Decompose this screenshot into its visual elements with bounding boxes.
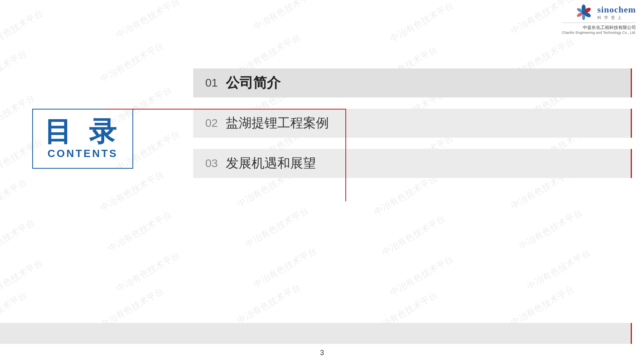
content-item-1: 01 公司简介 [193, 68, 632, 97]
main-content: 目 录 CONTENTS 01 公司简介 02 盐湖提锂工程案例 0 [0, 0, 644, 362]
logo-company-en: Chanfor Engineering and Technology Co., … [562, 31, 636, 35]
content-item-bar-2: 02 盐湖提锂工程案例 [193, 109, 632, 138]
bottom-bar [0, 323, 632, 344]
title-box: 目 录 CONTENTS [32, 109, 133, 169]
item-2-right-border [631, 109, 632, 138]
item-3-right-border [631, 149, 632, 178]
item-3-text: 发展机遇和展望 [226, 155, 316, 172]
svg-point-3 [582, 14, 585, 20]
content-item-bar-1: 01 公司简介 [193, 68, 632, 97]
logo-tagline-text: 科 学 坚 上 [597, 15, 622, 21]
item-2-text: 盐湖提锂工程案例 [226, 114, 329, 132]
item-3-number: 03 [205, 157, 218, 170]
item-1-text: 公司简介 [226, 74, 281, 92]
content-item-3: 03 发展机遇和展望 [193, 149, 632, 178]
red-top-horizontal-line [105, 109, 346, 110]
logo-top: sinochem 科 学 坚 上 [573, 4, 636, 21]
page-number: 3 [320, 349, 324, 357]
content-items: 01 公司简介 02 盐湖提锂工程案例 03 发展机遇和展望 [193, 68, 632, 189]
red-right-vertical-line [345, 109, 346, 201]
title-block: 目 录 CONTENTS [32, 109, 177, 189]
item-1-number: 01 [205, 77, 218, 89]
logo-company-cn: 中蓝长化工程科技有限公司 [583, 25, 636, 31]
logo-area: sinochem 科 学 坚 上 中蓝长化工程科技有限公司 Chanfor En… [562, 4, 636, 35]
logo-divider [562, 23, 636, 23]
sinochem-logo-icon [573, 4, 594, 21]
content-item-2: 02 盐湖提锂工程案例 [193, 109, 632, 138]
title-chinese: 目 录 [44, 118, 121, 145]
item-2-number: 02 [205, 117, 218, 130]
logo-text-block: sinochem 科 学 坚 上 [597, 4, 636, 21]
bottom-bar-right-border [631, 323, 632, 344]
svg-point-6 [582, 10, 586, 14]
content-item-bar-3: 03 发展机遇和展望 [193, 149, 632, 178]
item-1-right-border [631, 68, 632, 97]
title-english: CONTENTS [44, 147, 121, 160]
logo-brand-text: sinochem [597, 4, 636, 15]
